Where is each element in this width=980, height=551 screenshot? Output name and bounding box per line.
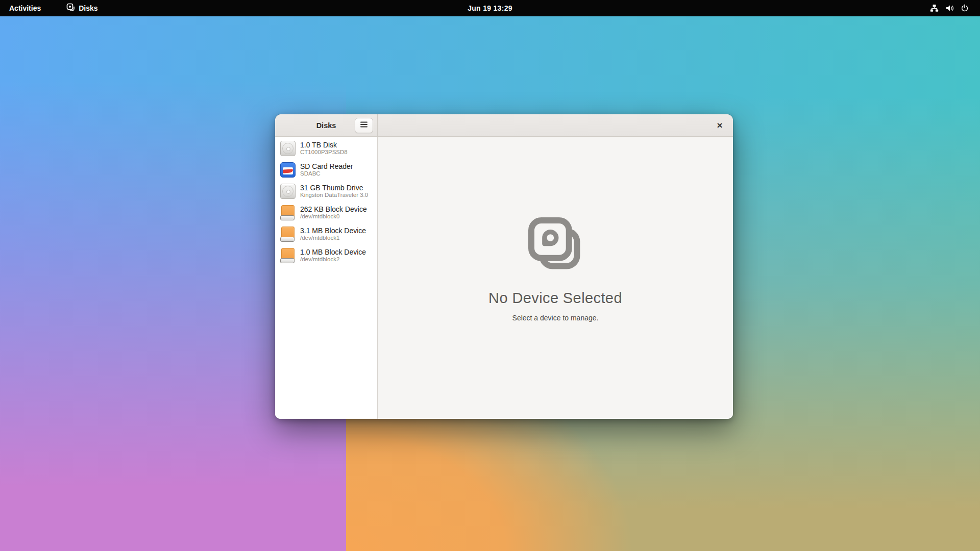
device-list-item[interactable]: 1.0 TB Disk CT1000P3PSSD8 [275, 138, 377, 159]
device-list-item[interactable]: 3.1 MB Block Device /dev/mtdblock1 [275, 223, 377, 245]
device-icon [280, 227, 296, 242]
device-text: SD Card Reader SDABC [300, 162, 353, 178]
device-text: 1.0 TB Disk CT1000P3PSSD8 [300, 141, 348, 156]
device-title: 3.1 MB Block Device [300, 227, 366, 235]
device-text: 3.1 MB Block Device /dev/mtdblock1 [300, 227, 366, 242]
device-icon [280, 184, 296, 199]
window-body: 1.0 TB Disk CT1000P3PSSD8 SD Card Reader… [275, 137, 733, 419]
device-title: 1.0 TB Disk [300, 141, 348, 149]
device-title: SD Card Reader [300, 162, 353, 170]
app-menu-label: Disks [79, 4, 97, 12]
device-icon [280, 248, 296, 263]
close-button[interactable]: × [713, 118, 727, 133]
system-status-area[interactable] [926, 0, 973, 16]
device-subtitle: /dev/mtdblock0 [300, 213, 367, 220]
empty-state-subtitle: Select a device to manage. [512, 314, 599, 322]
device-icon [280, 141, 296, 156]
device-title: 262 KB Block Device [300, 205, 367, 213]
hamburger-menu-button[interactable] [355, 118, 373, 133]
device-subtitle: CT1000P3PSSD8 [300, 149, 348, 156]
network-wired-icon [930, 4, 939, 12]
disks-app-icon [66, 3, 75, 13]
empty-state-title: No Device Selected [488, 290, 622, 307]
device-icon [280, 162, 296, 178]
device-list-item[interactable]: 31 GB Thumb Drive Kingston DataTraveler … [275, 181, 377, 202]
volume-icon [945, 4, 954, 12]
device-list-item[interactable]: SD Card Reader SDABC [275, 159, 377, 181]
app-menu-button[interactable]: Disks [59, 0, 105, 16]
disks-window: Disks × [275, 114, 733, 419]
device-text: 262 KB Block Device /dev/mtdblock0 [300, 205, 367, 220]
device-subtitle: /dev/mtdblock2 [300, 256, 366, 263]
multidisk-icon [525, 214, 585, 277]
desktop: Activities Disks Jun 19 13:29 [0, 0, 980, 551]
device-sidebar: 1.0 TB Disk CT1000P3PSSD8 SD Card Reader… [275, 137, 378, 419]
device-text: 31 GB Thumb Drive Kingston DataTraveler … [300, 184, 368, 199]
device-title: 31 GB Thumb Drive [300, 184, 368, 192]
main-headerbar: × [378, 114, 733, 136]
clock[interactable]: Jun 19 13:29 [461, 0, 519, 16]
sidebar-headerbar: Disks [275, 114, 378, 136]
device-title: 1.0 MB Block Device [300, 248, 366, 256]
hamburger-icon [360, 121, 368, 130]
empty-state-panel: No Device Selected Select a device to ma… [378, 137, 733, 419]
device-list-item[interactable]: 1.0 MB Block Device /dev/mtdblock2 [275, 245, 377, 266]
power-icon [961, 4, 969, 12]
device-list-item[interactable]: 262 KB Block Device /dev/mtdblock0 [275, 202, 377, 223]
device-subtitle: Kingston DataTraveler 3.0 [300, 192, 368, 199]
device-subtitle: /dev/mtdblock1 [300, 235, 366, 242]
headerbar[interactable]: Disks × [275, 114, 733, 137]
top-bar: Activities Disks Jun 19 13:29 [0, 0, 980, 16]
device-text: 1.0 MB Block Device /dev/mtdblock2 [300, 248, 366, 263]
activities-button[interactable]: Activities [0, 0, 50, 16]
window-title: Disks [316, 121, 336, 130]
device-icon [280, 205, 296, 220]
device-subtitle: SDABC [300, 170, 353, 178]
